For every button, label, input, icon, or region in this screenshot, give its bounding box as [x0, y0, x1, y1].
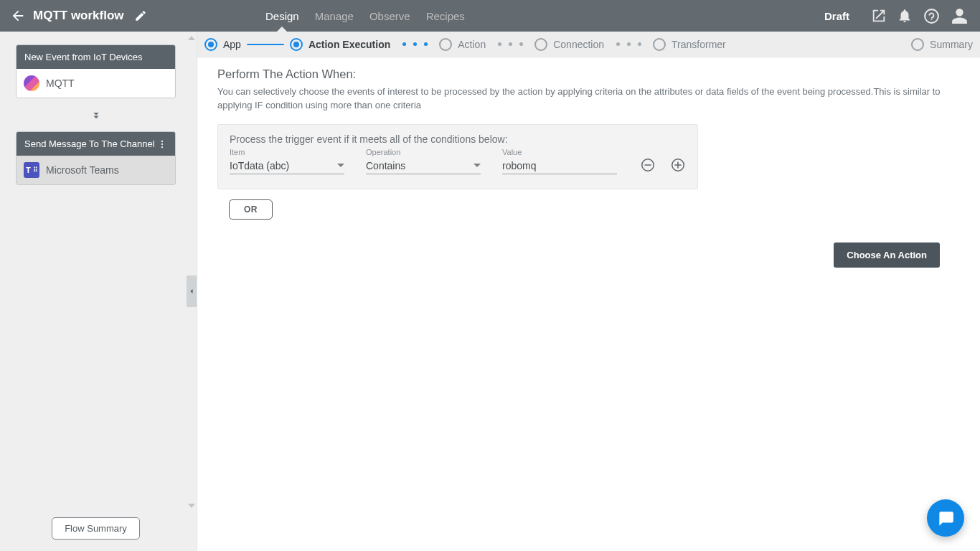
wizard-stepper: App Action Execution Action Connection T…	[197, 32, 980, 57]
svg-point-1	[161, 143, 163, 144]
action-card-body: Microsoft Teams	[17, 156, 175, 184]
edit-icon[interactable]	[134, 9, 147, 22]
chevron-down-icon	[337, 162, 344, 169]
trigger-card-header: New Event from IoT Devices	[17, 45, 175, 69]
step-transformer[interactable]: Transformer	[653, 38, 726, 51]
tab-manage[interactable]: Manage	[315, 0, 354, 32]
section-description: You can selectively choose the events of…	[217, 85, 960, 113]
sidebar: New Event from IoT Devices MQTT Send Mes…	[0, 32, 187, 551]
item-select[interactable]: IoTdata (abc)	[230, 157, 344, 174]
value-input[interactable]	[502, 157, 617, 174]
item-label: Item	[230, 148, 344, 156]
value-label: Value	[502, 148, 617, 156]
main-panel: App Action Execution Action Connection T…	[197, 32, 980, 551]
connector-icon	[16, 108, 176, 121]
help-icon[interactable]	[923, 7, 941, 25]
value-field: Value	[502, 148, 617, 174]
scroll-down-hint-icon	[188, 504, 195, 508]
tab-observe[interactable]: Observe	[369, 0, 410, 32]
header-tabs: Design Manage Observe Recipes	[197, 0, 465, 32]
sidebar-divider	[187, 32, 197, 551]
trigger-app-name: MQTT	[46, 77, 75, 89]
condition-row: Item IoTdata (abc) Operation Contains	[230, 148, 686, 174]
tab-recipes[interactable]: Recipes	[426, 0, 465, 32]
profile-icon[interactable]	[951, 7, 969, 25]
action-card-header: Send Message To The Channel	[17, 132, 175, 156]
bell-icon[interactable]	[897, 8, 913, 24]
chat-icon	[936, 509, 955, 527]
mqtt-icon	[24, 75, 39, 91]
open-external-icon[interactable]	[871, 8, 887, 24]
radio-empty-icon	[439, 38, 452, 51]
radio-filled-icon	[204, 38, 217, 51]
chat-bubble-button[interactable]	[927, 499, 964, 537]
or-button[interactable]: OR	[229, 199, 273, 220]
collapse-sidebar-button[interactable]	[187, 276, 197, 307]
trigger-card[interactable]: New Event from IoT Devices MQTT	[16, 44, 176, 98]
step-connection[interactable]: Connection	[534, 38, 604, 51]
step-app[interactable]: App	[204, 38, 241, 51]
section-heading: Perform The Action When:	[217, 67, 960, 81]
step-separator	[491, 44, 529, 45]
step-separator	[396, 44, 433, 45]
remove-condition-icon[interactable]	[640, 157, 656, 173]
add-condition-icon[interactable]	[670, 157, 686, 173]
workflow-title: MQTT workflow	[33, 9, 124, 23]
radio-empty-icon	[911, 38, 924, 51]
kebab-icon[interactable]	[157, 139, 167, 149]
workflow-status: Draft	[824, 0, 871, 32]
teams-icon	[24, 162, 39, 178]
radio-empty-icon	[534, 38, 547, 51]
choose-action-button[interactable]: Choose An Action	[834, 242, 940, 268]
step-action-execution[interactable]: Action Execution	[290, 38, 390, 51]
item-field: Item IoTdata (abc)	[230, 148, 344, 174]
svg-point-0	[161, 140, 163, 141]
scroll-up-hint-icon	[188, 36, 195, 40]
trigger-card-body: MQTT	[17, 69, 175, 98]
header-icon-tray	[871, 0, 980, 32]
condition-group: Process the trigger event if it meets al…	[217, 124, 698, 189]
condition-group-title: Process the trigger event if it meets al…	[230, 133, 686, 145]
operation-field: Operation Contains	[366, 148, 481, 174]
flow-summary-button[interactable]: Flow Summary	[52, 517, 140, 540]
action-card[interactable]: Send Message To The Channel Microsoft Te…	[16, 131, 176, 185]
content-area: Perform The Action When: You can selecti…	[197, 57, 980, 551]
step-summary[interactable]: Summary	[911, 38, 973, 51]
svg-point-2	[161, 146, 163, 147]
radio-filled-icon	[290, 38, 303, 51]
action-app-name: Microsoft Teams	[46, 164, 119, 176]
radio-empty-icon	[653, 38, 666, 51]
back-arrow-icon[interactable]	[10, 8, 26, 24]
step-separator	[247, 44, 284, 45]
step-separator	[610, 44, 647, 45]
operation-select[interactable]: Contains	[366, 157, 481, 174]
app-header: MQTT workflow Design Manage Observe Reci…	[0, 0, 980, 32]
step-action[interactable]: Action	[439, 38, 486, 51]
operation-label: Operation	[366, 148, 481, 156]
chevron-down-icon	[473, 162, 481, 169]
workflow-title-area: MQTT workflow	[0, 0, 197, 32]
tab-design[interactable]: Design	[265, 0, 299, 32]
